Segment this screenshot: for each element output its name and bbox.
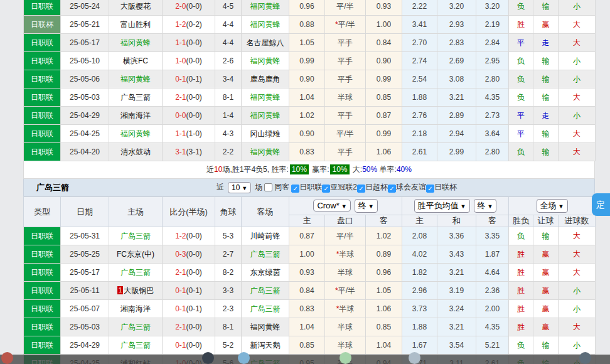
league-badge: 日职联	[24, 264, 61, 282]
score-cell: 1-1(1-0)	[163, 125, 215, 143]
handicap-text: 平手	[338, 38, 353, 47]
bookmaker-select[interactable]: Crow*▼	[313, 200, 350, 211]
league-checkbox[interactable]: ✓	[291, 185, 299, 193]
home-team-link[interactable]: FC东京(中)	[117, 250, 154, 259]
fulltime-score: 2-1	[175, 323, 186, 331]
handicap-text: 平/半	[336, 232, 353, 240]
home-team-link[interactable]: 湘南海洋	[120, 111, 151, 120]
home-team-link[interactable]: 广岛三箭	[120, 232, 151, 240]
match-count-select[interactable]: 10▼	[228, 182, 251, 193]
taskbar-icon-3[interactable]	[238, 352, 250, 364]
handicap-result-cell: 走	[533, 107, 559, 125]
away-team-link[interactable]: 福冈黄蜂	[250, 56, 281, 65]
score-cell: 0-1(0-1)	[163, 300, 215, 318]
eu-home-odds: 2.61	[402, 143, 437, 161]
halftime-score: (0-0)	[186, 341, 202, 350]
result-cell: 负	[509, 227, 533, 245]
league-badge: 日职联	[24, 52, 61, 70]
away-team-link[interactable]: 新泻天鹅	[250, 341, 281, 350]
same-venue-checkbox[interactable]	[264, 183, 272, 191]
away-team-link[interactable]: 福冈黄蜂	[250, 2, 281, 11]
home-team-cell: 福冈黄蜂	[109, 125, 163, 143]
away-team-link[interactable]: 福冈黄蜂	[250, 147, 281, 156]
home-team-link[interactable]: 大阪樱花	[120, 2, 151, 11]
away-team-link[interactable]: 川崎前锋	[250, 232, 281, 240]
halftime-score: (0-0)	[186, 232, 202, 240]
league-checkbox[interactable]: ✓	[426, 185, 434, 193]
away-team-cell: 福冈黄蜂	[242, 107, 289, 125]
league-badge: 日职联	[24, 245, 61, 264]
handicap-result-cell: 输	[533, 336, 559, 355]
home-team-link[interactable]: 大阪钢巴	[124, 286, 154, 295]
odds-type-select[interactable]: 胜平负均值▼	[414, 199, 470, 213]
away-team-link[interactable]: 鹿岛鹿角	[250, 75, 281, 83]
away-team-link[interactable]: 福冈黄蜂	[250, 20, 281, 29]
home-team-cell: 广岛三箭	[109, 318, 163, 336]
match-date: 25-05-10	[61, 52, 109, 70]
taskbar-icon-1[interactable]	[1, 352, 13, 364]
time-select[interactable]: 终▼	[355, 199, 378, 213]
home-team-link[interactable]: 福冈黄蜂	[120, 38, 151, 47]
eu-draw-odds: 3.54	[437, 336, 476, 355]
eu-draw-odds: 3.21	[437, 88, 476, 107]
scope-select[interactable]: 全场▼	[537, 199, 568, 213]
taskbar-icon-5[interactable]	[409, 352, 420, 364]
away-team-link[interactable]: 福冈黄蜂	[250, 323, 281, 331]
taskbar-icon-2[interactable]	[202, 352, 214, 364]
handicap-text: 平手	[338, 111, 353, 120]
away-team-link[interactable]: 广岛三箭	[250, 250, 281, 259]
eu-home-odds: 2.18	[402, 125, 437, 143]
away-team-cell: 福冈黄蜂	[242, 0, 289, 16]
match-date: 25-05-17	[61, 34, 109, 52]
eu-draw-odds: 3.43	[437, 245, 476, 264]
corner-cell: 4-3	[215, 125, 242, 143]
home-team-link[interactable]: 福冈黄蜂	[120, 75, 151, 83]
eu-away-odds: 2.95	[476, 52, 509, 70]
away-team-link[interactable]: 东京绿茵	[250, 268, 281, 277]
corner-cell: 2-7	[215, 245, 242, 264]
fulltime-score: 1-2	[175, 20, 186, 29]
league-checkbox[interactable]: ✓	[357, 185, 365, 193]
ah-away-odds: 0.96	[366, 264, 402, 282]
match-row: 日职联25-05-03广岛三箭2-1(0-0)8-1福冈黄蜂1.04半球0.85…	[24, 318, 596, 336]
away-team-link[interactable]: 冈山绿雉	[250, 129, 281, 138]
home-team-link[interactable]: 福冈黄蜂	[120, 129, 151, 138]
league-checkbox[interactable]: ✓	[388, 185, 396, 193]
away-team-link[interactable]: 广岛三箭	[250, 304, 281, 313]
away-team-link[interactable]: 广岛三箭	[250, 286, 281, 295]
home-team-link[interactable]: 广岛三箭	[120, 93, 151, 102]
corner-cell: 5-3	[215, 227, 242, 245]
taskbar-icon-6[interactable]	[579, 352, 591, 364]
handicap-result-cell: 输	[533, 227, 559, 245]
fulltime-score: 0-0	[175, 111, 186, 120]
away-team-link[interactable]: 福冈黄蜂	[250, 93, 281, 102]
time-select-2[interactable]: 终▼	[474, 199, 497, 213]
home-team-link[interactable]: 湘南海洋	[120, 304, 151, 313]
floating-side-tab[interactable]: 定	[592, 193, 610, 216]
result-cell: 胜	[509, 318, 533, 336]
home-team-cell: 广岛三箭	[109, 264, 163, 282]
home-team-link[interactable]: 广岛三箭	[120, 323, 151, 331]
league-checkbox[interactable]: ✓	[322, 185, 330, 193]
ah-away-odds: 1.06	[366, 143, 402, 161]
away-team-cell: 广岛三箭	[242, 282, 289, 300]
away-team-link[interactable]: 福冈黄蜂	[250, 111, 281, 120]
eu-home-odds: 2.74	[402, 52, 437, 70]
home-team-link[interactable]: 横滨FC	[123, 56, 148, 65]
score-cell: 1-2(0-2)	[163, 16, 215, 34]
league-badge: 日职联	[24, 282, 61, 300]
away-team-cell: 新泻天鹅	[242, 336, 289, 355]
away-team-link[interactable]: 名古屋鲸八	[247, 38, 284, 47]
col-header-home: 主场	[109, 197, 163, 227]
home-team-link[interactable]: 清水鼓动	[120, 147, 151, 156]
home-team-link[interactable]: 广岛三箭	[120, 268, 151, 277]
home-team-link[interactable]: 富山胜利	[120, 20, 151, 29]
home-team-cell: 福冈黄蜂	[109, 34, 163, 52]
home-team-link[interactable]: 广岛三箭	[120, 341, 151, 350]
taskbar-icon-4[interactable]	[340, 352, 351, 364]
goals-result-cell: 大	[559, 34, 596, 52]
eu-away-odds: 4.35	[476, 88, 509, 107]
near-label: 近	[217, 182, 224, 193]
league-badge: 日职联	[24, 107, 61, 125]
eu-draw-odds: 3.21	[437, 318, 476, 336]
